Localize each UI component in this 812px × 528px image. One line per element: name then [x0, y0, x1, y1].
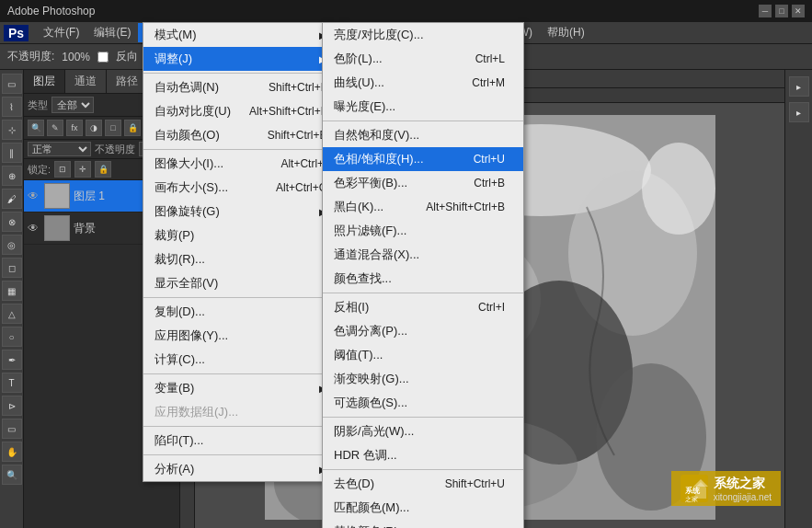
adj-sep-1: [323, 121, 523, 121]
dd-replace-color[interactable]: 替换颜色(R)...: [323, 520, 523, 528]
dd-gradient-map[interactable]: 渐变映射(G)...: [323, 367, 523, 391]
image-menu-dropdown: 模式(M) ▶ 调整(J) ▶ 自动色调(N) Shift+Ctrl+L 自动对…: [143, 22, 346, 482]
dd-rotate[interactable]: 图像旋转(G) ▶: [143, 200, 345, 224]
adj-sep-2: [323, 293, 523, 293]
dd-desaturate[interactable]: 去色(D) Shift+Ctrl+U: [323, 472, 523, 496]
dd-adjust[interactable]: 调整(J) ▶: [143, 47, 345, 71]
dd-vibrance[interactable]: 自然饱和度(V)...: [323, 123, 523, 147]
dd-threshold[interactable]: 阈值(T)...: [323, 343, 523, 367]
adj-sep-3: [323, 417, 523, 418]
dd-analysis[interactable]: 分析(A) ▶: [143, 457, 345, 481]
dd-trap[interactable]: 陷印(T)...: [143, 429, 345, 453]
sep-2: [143, 149, 345, 150]
dd-match-color[interactable]: 匹配颜色(M)...: [323, 496, 523, 520]
dd-duplicate[interactable]: 复制(D)...: [143, 300, 345, 324]
dd-posterize[interactable]: 色调分离(P)...: [323, 319, 523, 343]
dd-levels[interactable]: 色阶(L)... Ctrl+L: [323, 47, 523, 71]
app-container: Adobe Photoshop ─ □ ✕ Ps 文件(F) 编辑(E) 图像(…: [0, 0, 812, 528]
dd-selective-color[interactable]: 可选颜色(S)...: [323, 391, 523, 415]
dd-reveal-all[interactable]: 显示全部(V): [143, 271, 345, 295]
dd-hue-sat[interactable]: 色相/饱和度(H)... Ctrl+U: [323, 147, 523, 171]
dd-apply-data: 应用数据组(J)...: [143, 400, 345, 424]
dd-color-balance[interactable]: 色彩平衡(B)... Ctrl+B: [323, 171, 523, 195]
dd-channel-mixer[interactable]: 通道混合器(X)...: [323, 243, 523, 267]
dd-shadows-highlights[interactable]: 阴影/高光(W)...: [323, 419, 523, 443]
dropdown-overlay: 模式(M) ▶ 调整(J) ▶ 自动色调(N) Shift+Ctrl+L 自动对…: [0, 0, 812, 528]
dd-mode[interactable]: 模式(M) ▶: [143, 23, 345, 47]
dd-trim[interactable]: 裁切(R)...: [143, 247, 345, 271]
sep-5: [143, 426, 345, 427]
dd-auto-tone[interactable]: 自动色调(N) Shift+Ctrl+L: [143, 75, 345, 99]
dd-auto-contrast[interactable]: 自动对比度(U) Alt+Shift+Ctrl+L: [143, 99, 345, 123]
sep-6: [143, 454, 345, 455]
dd-color-lookup[interactable]: 颜色查找...: [323, 267, 523, 291]
dd-curves[interactable]: 曲线(U)... Ctrl+M: [323, 71, 523, 95]
dd-auto-color[interactable]: 自动颜色(O) Shift+Ctrl+B: [143, 123, 345, 147]
dd-calc[interactable]: 计算(C)...: [143, 348, 345, 372]
dd-invert[interactable]: 反相(I) Ctrl+I: [323, 295, 523, 319]
dd-photo-filter[interactable]: 照片滤镜(F)...: [323, 219, 523, 243]
sep-3: [143, 297, 345, 298]
sep-4: [143, 373, 345, 374]
dd-apply-image[interactable]: 应用图像(Y)...: [143, 324, 345, 348]
adjust-submenu: 亮度/对比度(C)... 色阶(L)... Ctrl+L 曲线(U)... Ct…: [322, 22, 524, 528]
dd-canvas-size[interactable]: 画布大小(S)... Alt+Ctrl+C: [143, 176, 345, 200]
dd-exposure[interactable]: 曝光度(E)...: [323, 95, 523, 119]
sep-1: [143, 73, 345, 74]
dd-black-white[interactable]: 黑白(K)... Alt+Shift+Ctrl+B: [323, 195, 523, 219]
adj-sep-4: [323, 469, 523, 470]
dd-brightness[interactable]: 亮度/对比度(C)...: [323, 23, 523, 47]
dd-image-size[interactable]: 图像大小(I)... Alt+Ctrl+I: [143, 152, 345, 176]
dd-hdr-toning[interactable]: HDR 色调...: [323, 443, 523, 467]
dd-crop[interactable]: 裁剪(P): [143, 224, 345, 247]
dd-variables[interactable]: 变量(B) ▶: [143, 376, 345, 400]
